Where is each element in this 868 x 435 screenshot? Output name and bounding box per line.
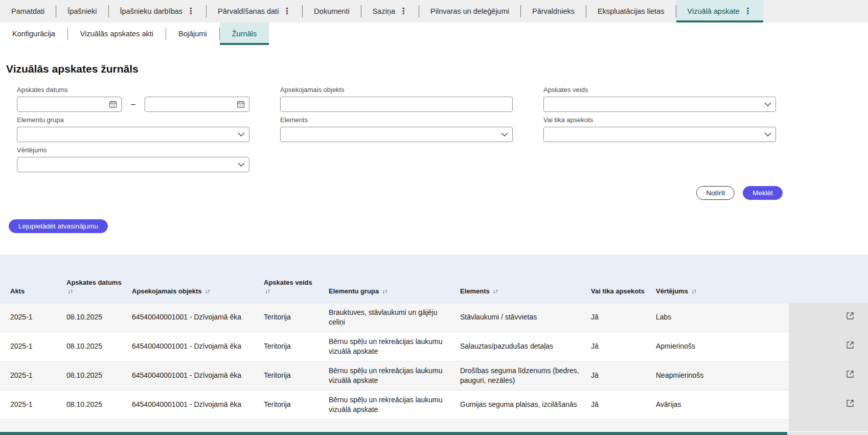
cell-elements: Stāvlaukumi / stāvvietas [460,303,591,332]
cell-vertejums: Avārijas [656,390,789,419]
tab-konfiguracija[interactable]: Konfigurācija [0,22,67,45]
nav-tab-pamatdati[interactable]: Pamatdati [0,0,56,22]
elementu-grupa-value [17,127,249,142]
date-from-input[interactable] [17,97,121,111]
field-vertejums: Vērtējums [17,146,249,172]
table-row: 2025-1 08.10.2025 64540040001001 - Dzīvo… [0,332,868,361]
download-derivative-button[interactable]: Lejupielādēt atvasinājumu [9,219,108,233]
open-record-button[interactable] [846,370,855,379]
apsekojamais-objekts-input[interactable] [281,97,512,111]
cell-vertejums: Labs [656,303,789,332]
kebab-menu-icon[interactable]: ⋮ [399,7,407,15]
horizontal-scrollbar-thumb[interactable] [0,432,787,435]
field-vai-tika-apsekots: Vai tika apsekots [543,116,776,142]
chevron-down-icon [238,163,245,167]
column-header-apskates-datums[interactable]: Apskates datums↓↑ [66,255,132,303]
nav-tab-parvaldisanas-dati[interactable]: Pārvaldīšanas dati⋮ [207,0,302,22]
tab-zurnals[interactable]: Žurnāls [220,22,269,45]
cell-apskates-veids: Teritorija [264,303,329,332]
nav-tab-dokumenti[interactable]: Dokumenti [303,0,360,22]
cell-vai-tika-apsekots: Jā [591,361,656,390]
nav-tab-pilnvaras-un-delegejumi[interactable]: Pilnvaras un deleģējumi [419,0,520,22]
sort-icon[interactable]: ↓↑ [691,288,696,295]
cell-elementu-grupa: Brauktuves, stāvlaukumi un gājēju celiņi [329,303,460,332]
chevron-down-icon [764,132,771,136]
vai-tika-apsekots-label: Vai tika apsekots [543,116,776,124]
cell-apskates-veids: Teritorija [264,332,329,361]
results-table: Akts Apskates datums↓↑ Apsekojamais obje… [0,255,868,431]
kebab-menu-icon[interactable]: ⋮ [187,7,195,15]
nav-tab-vizuala-apskate[interactable]: Vizuālā apskate⋮ [676,0,763,22]
cell-vertejums: Neapmierinošs [656,361,789,390]
download-row: Lejupielādēt atvasinājumu [9,219,868,233]
cell-apsekojamais-objekts: 64540040001001 - Dzīvojamā ēka [132,361,264,390]
open-record-button[interactable] [846,340,855,350]
nav-tab-ipasnieki[interactable]: Īpašnieki [56,0,108,22]
cell-actions [789,332,868,361]
date-from-control [17,97,122,112]
vertejums-select[interactable] [17,157,249,172]
nav-tab-ipasnieku-darbibas[interactable]: Īpašnieku darbības⋮ [109,0,207,22]
elementu-grupa-label: Elementu grupa [17,116,249,124]
cell-actions [789,390,868,419]
sort-icon[interactable]: ↓↑ [493,288,498,295]
vertejums-label: Vērtējums [17,146,249,154]
sub-navigation: Konfigurācija Vizuālās apskates akti Boj… [0,22,868,45]
chevron-down-icon [764,102,771,106]
apsekojamais-objekts-label: Apsekojamais objekts [280,86,513,94]
calendar-icon[interactable] [109,100,117,108]
apskates-veids-label: Apskates veids [543,86,776,94]
column-header-elements[interactable]: Elements↓↑ [460,255,591,303]
cell-actions [789,303,868,332]
elements-value [281,127,512,142]
open-record-button[interactable] [846,311,855,320]
chevron-down-icon [238,132,245,136]
elementu-grupa-select[interactable] [17,127,249,142]
column-header-apsekojamais-objekts[interactable]: Apsekojamais objekts↓↑ [132,255,264,303]
sort-icon[interactable]: ↓↑ [205,288,210,295]
top-navigation: Pamatdati Īpašnieki Īpašnieku darbības⋮ … [0,0,868,22]
results-table-container: Akts Apskates datums↓↑ Apsekojamais obje… [0,255,868,431]
sort-icon[interactable]: ↓↑ [67,288,124,295]
cell-apskates-datums: 08.10.2025 [66,390,132,419]
column-header-vertejums[interactable]: Vērtējums↓↑ [656,255,789,303]
cell-akts: 2025-1 [0,303,66,332]
kebab-menu-icon[interactable]: ⋮ [744,7,752,15]
sort-icon[interactable]: ↓↑ [382,288,387,295]
nav-tab-ekspluatacijas-lietas[interactable]: Ekspluatācijas lietas [586,0,676,22]
nav-tab-parvaldnieks[interactable]: Pārvaldnieks [521,0,586,22]
table-row: 2025-1 08.10.2025 64540040001001 - Dzīvo… [0,361,868,390]
apskates-veids-select[interactable] [543,97,776,112]
cell-elements: Gumijas seguma plaisas, izcilāšanās [460,390,591,419]
cell-apskates-datums: 08.10.2025 [66,332,132,361]
column-header-vai-tika-apsekots: Vai tika apsekots [591,255,656,303]
nav-tab-sazina[interactable]: Saziņa⋮ [361,0,419,22]
search-button[interactable]: Meklēt [743,186,783,200]
column-header-apskates-veids[interactable]: Apskates veids↓↑ [264,255,329,303]
cell-vertejums: Apmierinošs [656,332,789,361]
chevron-down-icon [501,132,508,136]
field-apskates-veids: Apskates veids [543,86,776,112]
cell-apskates-veids: Teritorija [264,390,329,419]
elements-label: Elements [280,116,513,124]
elements-select[interactable] [280,127,513,142]
calendar-icon[interactable] [237,100,245,108]
cell-apsekojamais-objekts: 64540040001001 - Dzīvojamā ēka [132,332,264,361]
date-to-input[interactable] [145,97,249,111]
sort-icon[interactable]: ↓↑ [265,288,321,295]
tab-vizualas-apskates-akti[interactable]: Vizuālās apskates akti [68,22,166,45]
tab-bojajumi[interactable]: Bojājumi [166,22,219,45]
apskates-veids-value [544,97,775,111]
horizontal-scrollbar-track [0,432,868,435]
cell-apskates-datums: 08.10.2025 [66,361,132,390]
field-elementu-grupa: Elementu grupa [17,116,249,142]
cell-apsekojamais-objekts: 64540040001001 - Dzīvojamā ēka [132,303,264,332]
kebab-menu-icon[interactable]: ⋮ [283,7,291,15]
open-record-button[interactable] [846,399,855,408]
vai-tika-apsekots-value [544,127,775,142]
vertejums-value [17,157,249,172]
vai-tika-apsekots-select[interactable] [543,127,776,142]
cell-akts: 2025-1 [0,332,66,361]
column-header-elementu-grupa[interactable]: Elementu grupa↓↑ [329,255,460,303]
clear-button[interactable]: Notīrīt [696,186,735,200]
